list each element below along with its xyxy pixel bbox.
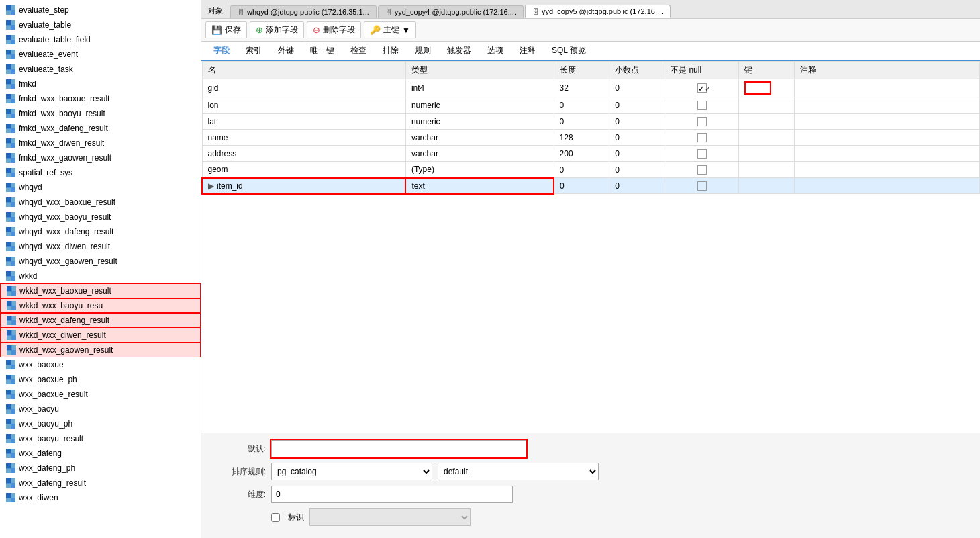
- sidebar-item-23[interactable]: wkkd_wxx_gaowen_result: [0, 343, 201, 357]
- sidebar-item-11[interactable]: spatial_ref_sys: [0, 165, 201, 180]
- sidebar-item-16[interactable]: whqyd_wxx_diwen_result: [0, 239, 201, 254]
- sort-catalog-select[interactable]: pg_catalog: [271, 463, 432, 480]
- table-row[interactable]: addressvarchar2000: [202, 146, 980, 162]
- table-header-3: 小数点: [609, 62, 665, 79]
- sidebar-item-28[interactable]: wxx_baoyu_ph: [0, 416, 201, 431]
- sidebar-item-24[interactable]: wxx_baoxue: [0, 357, 201, 372]
- not-null-checkbox-3[interactable]: [697, 133, 707, 142]
- sidebar-item-2[interactable]: evaluate_table_field: [0, 32, 201, 47]
- tab-item-2[interactable]: 🗄yyd_copy5 @jdtqpg.public (172.16....: [525, 5, 671, 18]
- sub-tab-2[interactable]: 外键: [270, 42, 302, 61]
- sub-tab-6[interactable]: 规则: [407, 42, 439, 61]
- not-null-checkbox-5[interactable]: [697, 165, 707, 175]
- sidebar-item-1[interactable]: evaluate_table: [0, 17, 201, 32]
- cell-key-6: [739, 178, 795, 194]
- table-icon-8: [5, 123, 16, 134]
- table-header-5: 键: [739, 62, 795, 79]
- dimension-input[interactable]: [271, 486, 513, 503]
- sub-tab-4[interactable]: 检查: [342, 42, 375, 61]
- cell-comment-3: [795, 130, 980, 146]
- add-icon: ⊕: [256, 25, 263, 35]
- sub-tab-0[interactable]: 字段: [205, 42, 238, 61]
- sidebar-item-15[interactable]: whqyd_wxx_dafeng_result: [0, 224, 201, 239]
- cell-type-0: int4: [405, 79, 554, 97]
- sub-tab-9[interactable]: 注释: [511, 42, 544, 61]
- sidebar-item-22[interactable]: wkkd_wxx_diwen_result: [0, 328, 201, 343]
- cell-comment-2: [795, 114, 980, 130]
- sidebar-item-18[interactable]: wkkd: [0, 269, 201, 283]
- cell-name-0: gid: [202, 79, 405, 97]
- table-icon-11: [5, 167, 16, 178]
- sidebar-item-20[interactable]: wkkd_wxx_baoyu_resu: [0, 298, 201, 313]
- sub-tab-10[interactable]: SQL 预览: [544, 42, 594, 61]
- not-null-checkbox-2[interactable]: [697, 117, 707, 126]
- save-button[interactable]: 💾 保存: [205, 21, 247, 38]
- sidebar-item-label-26: wxx_baoxue_result: [19, 390, 88, 399]
- sidebar-item-25[interactable]: wxx_baoxue_ph: [0, 372, 201, 387]
- sub-tab-7[interactable]: 触发器: [439, 42, 479, 61]
- sidebar-item-label-6: fmkd_wxx_baoxue_result: [19, 94, 109, 103]
- table-icon-7: [5, 108, 16, 119]
- cell-key-4: [739, 146, 795, 162]
- cell-not-null-4: [665, 146, 739, 162]
- sidebar-item-5[interactable]: fmkd: [0, 77, 201, 91]
- sidebar-item-29[interactable]: wxx_baoyu_result: [0, 431, 201, 446]
- table-row[interactable]: gidint4320✓: [202, 79, 980, 97]
- sidebar-item-13[interactable]: whqyd_wxx_baoxue_result: [0, 195, 201, 210]
- sidebar-item-30[interactable]: wxx_dafeng: [0, 446, 201, 461]
- not-null-checkbox-6[interactable]: [697, 181, 707, 191]
- sidebar-item-7[interactable]: fmkd_wxx_baoyu_result: [0, 106, 201, 121]
- sub-tab-5[interactable]: 排除: [375, 42, 407, 61]
- table-icon-24: [5, 359, 16, 370]
- content-area: 名类型长度小数点不是 null键注释 gidint4320✓lonnumeric…: [201, 61, 980, 538]
- tab-db-icon-1: 🗄: [385, 9, 392, 16]
- del-field-label: 删除字段: [323, 24, 355, 36]
- sidebar-item-32[interactable]: wxx_dafeng_result: [0, 476, 201, 490]
- primary-key-button[interactable]: 🔑 主键 ▼: [364, 21, 416, 38]
- sidebar-item-label-15: whqyd_wxx_dafeng_result: [19, 227, 113, 236]
- sidebar-item-8[interactable]: fmkd_wxx_dafeng_result: [0, 121, 201, 136]
- sidebar-item-17[interactable]: whqyd_wxx_gaowen_result: [0, 254, 201, 269]
- cell-length-3: 128: [554, 130, 609, 146]
- sidebar-item-14[interactable]: whqyd_wxx_baoyu_result: [0, 210, 201, 224]
- not-null-checkbox-1[interactable]: [697, 101, 707, 110]
- table-icon-21: [6, 315, 17, 326]
- table-row[interactable]: latnumeric00: [202, 114, 980, 130]
- sidebar-item-9[interactable]: fmkd_wxx_diwen_result: [0, 136, 201, 150]
- table-scroll[interactable]: 名类型长度小数点不是 null键注释 gidint4320✓lonnumeric…: [201, 61, 980, 433]
- add-field-button[interactable]: ⊕ 添加字段: [250, 21, 304, 38]
- sub-tab-3[interactable]: 唯一键: [302, 42, 342, 61]
- table-row[interactable]: namevarchar1280: [202, 130, 980, 146]
- table-row[interactable]: ▶item_idtext00: [202, 178, 980, 194]
- default-input[interactable]: [271, 440, 526, 457]
- sidebar-item-4[interactable]: evalueate_task: [0, 62, 201, 77]
- sub-tab-8[interactable]: 选项: [479, 42, 511, 61]
- tab-item-0[interactable]: 🗄whqyd @jdtqpg.public (172.16.35.1...: [230, 5, 377, 18]
- sidebar-item-19[interactable]: wkkd_wxx_baoxue_result: [0, 283, 201, 298]
- table-icon-16: [5, 241, 16, 252]
- sidebar-item-6[interactable]: fmkd_wxx_baoxue_result: [0, 91, 201, 106]
- table-icon-20: [6, 300, 17, 311]
- row-arrow: ▶: [208, 181, 214, 191]
- sidebar-item-26[interactable]: wxx_baoxue_result: [0, 387, 201, 402]
- sidebar-item-21[interactable]: wkkd_wxx_dafeng_result: [0, 313, 201, 328]
- not-null-checkbox-0[interactable]: ✓: [697, 83, 707, 93]
- default-row: 默认:: [212, 440, 969, 457]
- mark-checkbox[interactable]: [271, 513, 280, 522]
- tab-item-1[interactable]: 🗄yyd_copy4 @jdtqpg.public (172.16....: [378, 5, 524, 18]
- sidebar-item-10[interactable]: fmkd_wxx_gaowen_result: [0, 150, 201, 165]
- sidebar-item-3[interactable]: evalueate_event: [0, 47, 201, 62]
- table-icon-31: [5, 463, 16, 474]
- sidebar-item-31[interactable]: wxx_dafeng_ph: [0, 461, 201, 476]
- not-null-checkbox-4[interactable]: [697, 149, 707, 159]
- sidebar-item-12[interactable]: whqyd: [0, 180, 201, 195]
- table-row[interactable]: geom(Type)00: [202, 162, 980, 178]
- sidebar-item-27[interactable]: wxx_baoyu: [0, 402, 201, 416]
- table-row[interactable]: lonnumeric00: [202, 97, 980, 114]
- sort-default-select[interactable]: default: [438, 463, 599, 480]
- sidebar-item-0[interactable]: evaluate_step: [0, 3, 201, 17]
- del-field-button[interactable]: ⊖ 删除字段: [307, 21, 361, 38]
- sub-tab-1[interactable]: 索引: [238, 42, 270, 61]
- tab-db-icon-2: 🗄: [532, 8, 539, 15]
- sidebar-item-33[interactable]: wxx_diwen: [0, 490, 201, 505]
